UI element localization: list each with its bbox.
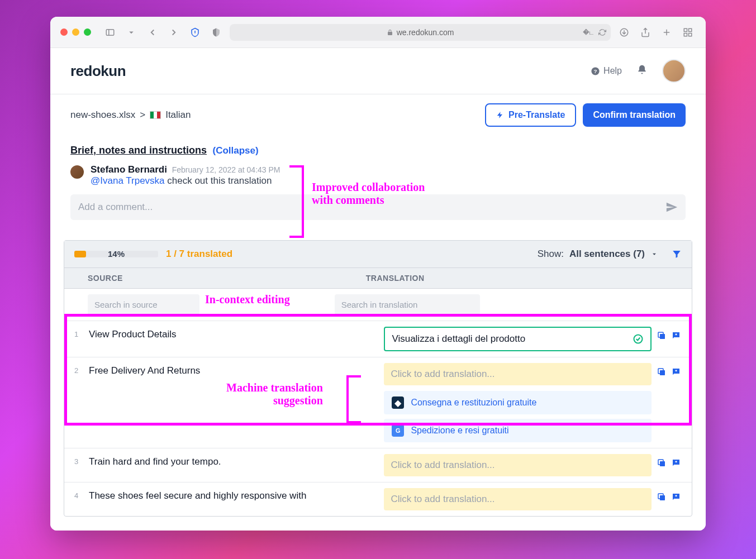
search-row: Search in source In-context editing Sear… [64, 289, 692, 321]
language-name: Italian [165, 109, 191, 121]
copy-source-icon[interactable] [656, 457, 667, 469]
translation-input[interactable]: Click to add translation... [384, 363, 652, 385]
app-header: redokun ? Help [50, 48, 706, 94]
svg-rect-0 [106, 29, 114, 35]
target-column-header: TRANSLATION [366, 274, 682, 283]
progress-label: 1 / 7 translated [166, 249, 232, 260]
privacy-shield-icon[interactable] [187, 26, 203, 39]
new-tab-icon[interactable] [659, 26, 674, 39]
collapse-link[interactable]: (Collapse) [212, 145, 258, 156]
close-window-button[interactable] [60, 28, 68, 36]
user-mention[interactable]: @Ivana Trpevska [91, 175, 165, 186]
segment-source-text: These shoes feel secure and highly respo… [89, 488, 379, 501]
note-author-avatar [70, 165, 84, 179]
notifications-icon[interactable] [636, 64, 648, 78]
breadcrumb: new-shoes.xlsx > Italian [70, 109, 191, 121]
segment-row: 4 These shoes feel secure and highly res… [64, 482, 692, 516]
downloads-icon[interactable] [616, 26, 632, 39]
segment-number: 1 [74, 327, 84, 338]
file-name[interactable]: new-shoes.xlsx [70, 109, 135, 121]
share-icon[interactable] [638, 26, 653, 39]
mt-suggestion-item[interactable]: ◆ Consegna e restituzioni gratuite [384, 391, 652, 414]
column-headers: SOURCE TRANSLATION [64, 268, 692, 289]
search-target-input[interactable]: Search in translation [335, 294, 480, 315]
google-translate-icon: G [392, 424, 404, 437]
comment-icon[interactable] [671, 491, 682, 503]
svg-rect-10 [689, 33, 692, 36]
tab-group-dropdown-icon[interactable] [123, 26, 139, 39]
brand-logo[interactable]: redokun [70, 63, 126, 80]
annotation-incontext: In-context editing [205, 293, 290, 315]
progress-percent: 14% [108, 249, 125, 259]
sidebar-toggle-icon[interactable] [102, 26, 118, 39]
check-icon [633, 333, 644, 345]
window-controls [60, 28, 91, 36]
deepl-icon: ◆ [392, 396, 404, 409]
search-source-input[interactable]: Search in source [88, 294, 199, 315]
mt-suggestions: ◆ Consegna e restituzioni gratuite G Spe… [384, 391, 652, 442]
svg-rect-14 [660, 334, 665, 339]
note-date: February 12, 2022 at 04:43 PM [172, 165, 280, 174]
url-text: we.redokun.com [397, 28, 454, 37]
comment-icon[interactable] [671, 366, 682, 378]
forward-button[interactable] [166, 26, 182, 39]
translate-icon[interactable]: �ட [583, 28, 594, 37]
copy-source-icon[interactable] [656, 330, 667, 341]
back-button[interactable] [145, 26, 160, 39]
segment-number: 2 [74, 363, 84, 375]
funnel-icon[interactable] [672, 249, 682, 259]
note-message: check out this translation [165, 175, 272, 186]
segment-number: 4 [74, 488, 84, 500]
annotation-collab: Improved collaboration with comments [312, 181, 425, 207]
comment-icon[interactable] [671, 330, 682, 341]
segment-number: 3 [74, 454, 84, 466]
editor-header: 14% 1 / 7 translated Show: All sentences… [64, 241, 692, 268]
segment-source-text: Free Delivery And Returns [89, 363, 379, 376]
svg-rect-9 [684, 33, 687, 36]
svg-rect-18 [660, 370, 665, 375]
chevron-down-icon [650, 250, 658, 258]
notes-title: Brief, notes and instructions [70, 145, 207, 156]
segment-row: 3 Train hard and find your tempo. Click … [64, 448, 692, 482]
page-content: redokun ? Help new-shoes.xlsx > Italian [50, 48, 706, 531]
tab-overview-icon[interactable] [680, 26, 696, 39]
translation-input[interactable]: Click to add translation... [384, 488, 652, 510]
confirm-translation-button[interactable]: Confirm translation [583, 103, 686, 127]
translation-input[interactable]: Visualizza i dettagli del prodotto [384, 327, 652, 351]
tracker-shield-icon[interactable] [208, 26, 224, 39]
segment-source-text: View Product Details [89, 327, 379, 340]
pre-translate-button[interactable]: Pre-Translate [485, 103, 576, 127]
reload-icon[interactable] [598, 28, 606, 36]
send-icon[interactable] [665, 201, 678, 213]
comment-icon[interactable] [671, 457, 682, 469]
source-column-header: SOURCE [74, 274, 366, 283]
italian-flag-icon [150, 111, 161, 119]
segment-row: 2 Free Delivery And Returns Click to add… [64, 357, 692, 448]
annotation-mt: Machine translation suggestion [226, 381, 323, 407]
bolt-icon [496, 111, 504, 119]
notes-section: Brief, notes and instructions (Collapse)… [50, 136, 706, 223]
progress-bar: 14% [74, 251, 158, 257]
help-link[interactable]: ? Help [591, 66, 622, 76]
copy-source-icon[interactable] [656, 491, 667, 503]
annotation-bracket-mt [346, 375, 361, 423]
svg-text:?: ? [594, 68, 597, 74]
user-avatar[interactable] [662, 59, 686, 83]
maximize-window-button[interactable] [84, 28, 91, 36]
svg-rect-7 [684, 28, 687, 31]
mt-suggestion-item[interactable]: G Spedizione e resi gratuiti [384, 419, 652, 442]
lock-icon [387, 29, 393, 36]
editor-panel: 14% 1 / 7 translated Show: All sentences… [64, 240, 692, 517]
address-bar[interactable]: we.redokun.com �ட [230, 24, 611, 41]
sub-header: new-shoes.xlsx > Italian Pre-Translate C… [50, 94, 706, 136]
browser-toolbar: we.redokun.com �ட [50, 17, 706, 48]
copy-source-icon[interactable] [656, 366, 667, 378]
minimize-window-button[interactable] [72, 28, 79, 36]
annotation-bracket [289, 165, 304, 238]
note-author-name: Stefano Bernardi [91, 164, 167, 175]
translation-input[interactable]: Click to add translation... [384, 454, 652, 476]
svg-rect-22 [660, 461, 665, 466]
filter-dropdown[interactable]: Show: All sentences (7) [538, 249, 682, 260]
help-icon: ? [591, 66, 600, 76]
svg-rect-26 [660, 495, 665, 500]
